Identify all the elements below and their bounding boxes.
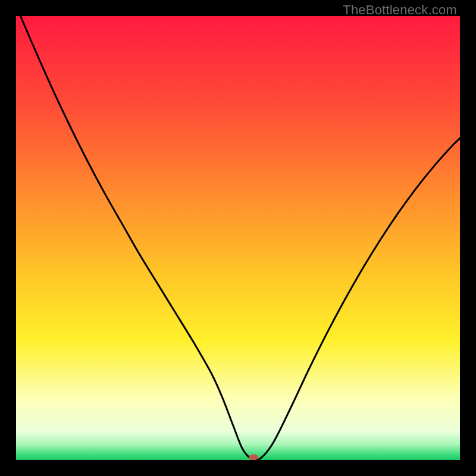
plot-area bbox=[16, 16, 460, 460]
gradient-background bbox=[16, 16, 460, 460]
watermark-text: TheBottleneck.com bbox=[343, 2, 457, 18]
chart-svg bbox=[16, 16, 460, 460]
chart-frame: TheBottleneck.com bbox=[0, 0, 476, 476]
